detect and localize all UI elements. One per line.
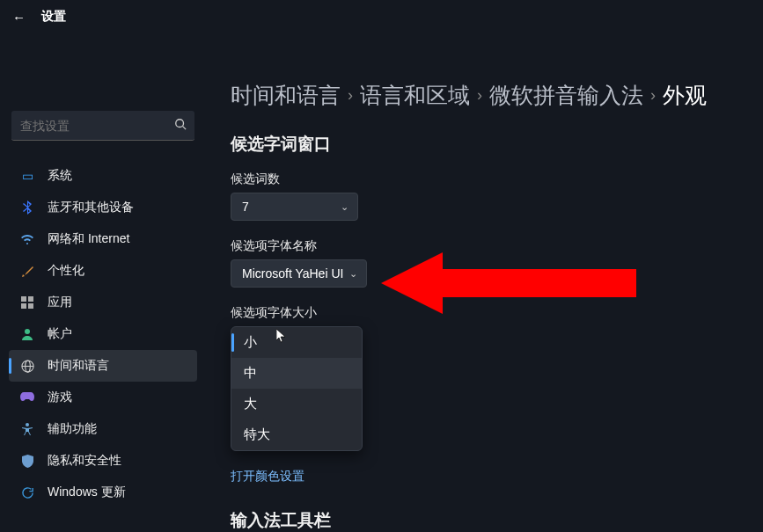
sidebar-item-personalization[interactable]: 个性化 bbox=[9, 255, 197, 287]
font-size-dropdown[interactable]: 小 中 大 特大 bbox=[231, 326, 363, 451]
sidebar-item-time-language[interactable]: 时间和语言 bbox=[9, 350, 197, 382]
sidebar-item-bluetooth[interactable]: 蓝牙和其他设备 bbox=[9, 192, 197, 223]
update-icon bbox=[19, 485, 35, 500]
breadcrumb-segment-current: 外观 bbox=[663, 81, 707, 110]
svg-rect-3 bbox=[28, 296, 33, 302]
sidebar-item-apps[interactable]: 应用 bbox=[9, 287, 197, 318]
svg-rect-5 bbox=[28, 303, 33, 309]
breadcrumb-segment[interactable]: 语言和区域 bbox=[360, 81, 470, 110]
display-icon: ▭ bbox=[19, 168, 35, 184]
chevron-down-icon: ⌄ bbox=[341, 201, 348, 213]
nav: ▭ 系统 蓝牙和其他设备 网络和 Internet 个性化 bbox=[9, 160, 197, 508]
wifi-icon bbox=[19, 231, 35, 247]
chevron-right-icon: › bbox=[650, 86, 656, 105]
sidebar-item-label: 时间和语言 bbox=[48, 358, 109, 374]
sidebar-item-network[interactable]: 网络和 Internet bbox=[9, 223, 197, 255]
field-label: 候选词数 bbox=[231, 171, 745, 187]
gamepad-icon bbox=[19, 390, 35, 405]
sidebar-item-label: 辅助功能 bbox=[48, 421, 97, 437]
sidebar-item-label: Windows 更新 bbox=[48, 485, 126, 500]
font-size-option-large[interactable]: 大 bbox=[231, 389, 362, 419]
sidebar-item-label: 帐户 bbox=[48, 326, 72, 342]
chevron-right-icon: › bbox=[348, 86, 353, 105]
sidebar-item-label: 游戏 bbox=[48, 390, 72, 405]
section-title: 候选字词窗口 bbox=[231, 133, 745, 156]
accessibility-icon bbox=[19, 421, 35, 437]
sidebar-item-privacy[interactable]: 隐私和安全性 bbox=[9, 445, 197, 477]
font-name-select[interactable]: Microsoft YaHei UI ⌄ bbox=[231, 259, 367, 288]
sidebar-item-label: 系统 bbox=[48, 168, 72, 184]
field-label: 候选项字体名称 bbox=[231, 238, 745, 254]
chevron-down-icon: ⌄ bbox=[349, 268, 357, 280]
sidebar-item-label: 隐私和安全性 bbox=[48, 453, 121, 469]
search-field[interactable] bbox=[20, 119, 174, 133]
svg-point-0 bbox=[176, 120, 184, 128]
sidebar-item-label: 应用 bbox=[48, 295, 72, 310]
sidebar-item-accounts[interactable]: 帐户 bbox=[9, 318, 197, 350]
breadcrumb: 时间和语言 › 语言和区域 › 微软拼音输入法 › 外观 bbox=[231, 81, 745, 110]
search-icon bbox=[174, 118, 187, 133]
sidebar-item-system[interactable]: ▭ 系统 bbox=[9, 160, 197, 192]
svg-point-6 bbox=[25, 329, 30, 334]
select-value: Microsoft YaHei UI bbox=[242, 266, 343, 281]
font-size-option-small[interactable]: 小 bbox=[231, 327, 362, 358]
apps-icon bbox=[19, 295, 35, 310]
sidebar-item-label: 网络和 Internet bbox=[48, 231, 129, 247]
person-icon bbox=[19, 326, 35, 342]
app-title: 设置 bbox=[41, 9, 66, 25]
sidebar-item-label: 个性化 bbox=[48, 263, 84, 279]
svg-rect-2 bbox=[21, 296, 26, 302]
brush-icon bbox=[19, 263, 35, 279]
svg-line-1 bbox=[183, 127, 187, 130]
font-size-option-xlarge[interactable]: 特大 bbox=[231, 419, 362, 450]
svg-point-10 bbox=[26, 423, 29, 426]
shield-icon bbox=[19, 453, 35, 469]
back-button[interactable]: ← bbox=[12, 10, 26, 25]
search-input[interactable] bbox=[11, 111, 194, 141]
main-content: 时间和语言 › 语言和区域 › 微软拼音输入法 › 外观 候选字词窗口 候选词数… bbox=[206, 33, 763, 532]
color-settings-link[interactable]: 打开颜色设置 bbox=[231, 469, 304, 485]
sidebar-item-label: 蓝牙和其他设备 bbox=[48, 200, 134, 215]
select-value: 7 bbox=[242, 200, 249, 214]
section-title: 输入法工具栏 bbox=[231, 509, 745, 532]
font-size-option-medium[interactable]: 中 bbox=[231, 358, 362, 389]
sidebar-item-accessibility[interactable]: 辅助功能 bbox=[9, 413, 197, 445]
sidebar-item-update[interactable]: Windows 更新 bbox=[9, 477, 197, 508]
candidate-count-select[interactable]: 7 ⌄ bbox=[231, 193, 358, 221]
sidebar-item-gaming[interactable]: 游戏 bbox=[9, 382, 197, 413]
sidebar: ▭ 系统 蓝牙和其他设备 网络和 Internet 个性化 bbox=[0, 33, 206, 532]
breadcrumb-segment[interactable]: 微软拼音输入法 bbox=[489, 81, 643, 110]
globe-icon bbox=[19, 358, 35, 374]
field-label: 候选项字体大小 bbox=[231, 305, 745, 321]
bluetooth-icon bbox=[19, 200, 35, 215]
svg-rect-4 bbox=[21, 303, 26, 309]
chevron-right-icon: › bbox=[477, 86, 482, 105]
breadcrumb-segment[interactable]: 时间和语言 bbox=[231, 81, 341, 110]
